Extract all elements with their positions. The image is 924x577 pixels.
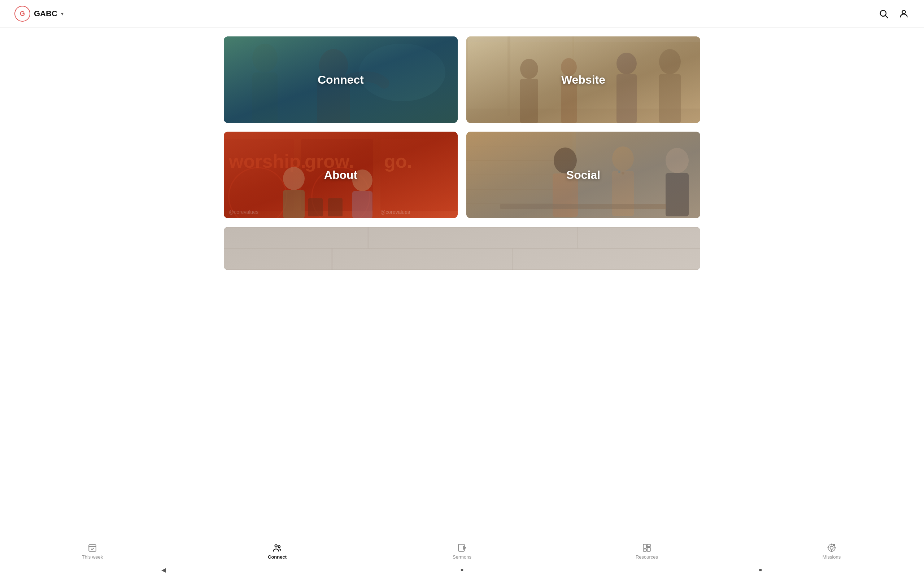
svg-rect-74 <box>643 544 646 548</box>
app-name: GABC <box>34 9 57 18</box>
svg-point-19 <box>659 49 681 74</box>
svg-point-13 <box>520 59 538 79</box>
missions-label: Missions <box>822 554 841 560</box>
svg-rect-10 <box>466 36 700 42</box>
svg-text:worship.: worship. <box>228 151 306 172</box>
svg-point-71 <box>278 546 280 548</box>
svg-rect-36 <box>308 198 323 216</box>
svg-rect-53 <box>666 173 689 216</box>
partial-illustration <box>224 227 700 270</box>
svg-rect-3 <box>224 36 458 123</box>
svg-rect-49 <box>552 174 578 217</box>
svg-rect-35 <box>352 191 373 218</box>
svg-point-55 <box>618 171 620 173</box>
header-left: G GABC ▾ <box>15 6 63 22</box>
header-right <box>878 8 909 19</box>
svg-rect-12 <box>466 108 700 123</box>
nav-connect[interactable]: Connect <box>263 543 292 560</box>
resources-icon <box>642 543 652 553</box>
svg-rect-5 <box>252 73 278 123</box>
svg-rect-24 <box>224 139 294 211</box>
about-card[interactable]: worship. grow. go. @coreval <box>224 132 458 218</box>
about-card-bg: worship. grow. go. @coreval <box>224 132 458 218</box>
website-card-bg <box>466 36 700 123</box>
svg-text:@corevalues: @corevalues <box>380 209 410 215</box>
social-illustration <box>466 132 700 218</box>
svg-point-54 <box>622 172 624 174</box>
svg-rect-7 <box>317 82 350 123</box>
connect-nav-label: Connect <box>268 554 287 560</box>
svg-point-30 <box>229 168 287 218</box>
svg-rect-16 <box>561 76 577 123</box>
svg-point-78 <box>830 546 834 550</box>
header: G GABC ▾ <box>0 0 924 28</box>
svg-rect-42 <box>576 132 700 218</box>
svg-rect-23 <box>224 132 458 218</box>
nav-this-week[interactable]: This week <box>78 543 107 560</box>
svg-rect-26 <box>380 139 458 211</box>
svg-text:grow.: grow. <box>305 151 354 172</box>
about-illustration: worship. grow. go. @coreval <box>224 132 458 218</box>
sermons-icon <box>457 543 467 553</box>
website-card[interactable]: Website <box>466 36 700 123</box>
logo-avatar[interactable]: G <box>15 6 30 22</box>
svg-point-31 <box>312 168 370 218</box>
svg-point-8 <box>359 44 446 102</box>
svg-text:go.: go. <box>384 151 412 172</box>
connect-card[interactable]: Connect <box>224 36 458 123</box>
svg-rect-20 <box>659 74 681 123</box>
top-row: Connect <box>224 36 700 123</box>
svg-rect-25 <box>301 139 373 211</box>
nav-missions[interactable]: Missions <box>817 543 846 560</box>
svg-rect-22 <box>507 36 510 116</box>
connect-nav-icon <box>272 543 282 553</box>
svg-rect-33 <box>283 190 305 218</box>
svg-rect-14 <box>520 79 538 123</box>
recents-button[interactable]: ■ <box>756 566 765 574</box>
partial-card-bg <box>224 227 700 270</box>
profile-button[interactable] <box>898 8 909 19</box>
social-card-bg <box>466 132 700 218</box>
this-week-icon <box>87 543 97 553</box>
main-content: Connect <box>209 28 715 313</box>
bottom-navigation: This week Connect Sermons <box>0 539 924 562</box>
search-button[interactable] <box>878 8 889 19</box>
chevron-down-icon[interactable]: ▾ <box>61 11 63 16</box>
svg-rect-11 <box>572 36 574 123</box>
svg-point-48 <box>554 148 577 174</box>
nav-sermons[interactable]: Sermons <box>447 543 477 560</box>
svg-text:@corevalues: @corevalues <box>229 209 258 215</box>
svg-point-52 <box>666 148 689 173</box>
svg-rect-37 <box>328 198 342 216</box>
svg-point-50 <box>612 147 634 171</box>
svg-rect-18 <box>617 74 637 123</box>
back-button[interactable]: ◀ <box>159 566 168 574</box>
svg-point-70 <box>275 545 278 547</box>
svg-marker-73 <box>464 546 466 550</box>
home-button[interactable]: ● <box>458 566 466 574</box>
svg-rect-75 <box>647 544 650 547</box>
svg-rect-76 <box>643 549 646 551</box>
partial-card[interactable] <box>224 227 700 270</box>
social-card[interactable]: Social <box>466 132 700 218</box>
svg-line-1 <box>885 16 888 18</box>
svg-rect-41 <box>466 132 572 218</box>
website-illustration <box>466 36 700 123</box>
svg-rect-56 <box>500 204 666 209</box>
svg-point-34 <box>352 169 373 191</box>
bottom-row: worship. grow. go. @coreval <box>224 132 700 218</box>
svg-point-6 <box>319 49 348 82</box>
nav-resources[interactable]: Resources <box>632 543 661 560</box>
missions-icon <box>827 543 837 553</box>
svg-rect-68 <box>89 545 96 551</box>
svg-rect-9 <box>466 36 700 123</box>
system-bar: ◀ ● ■ <box>0 562 924 577</box>
svg-point-2 <box>902 10 905 14</box>
svg-point-15 <box>561 58 577 76</box>
connect-card-bg <box>224 36 458 123</box>
svg-point-32 <box>283 167 305 190</box>
svg-point-4 <box>252 44 278 73</box>
this-week-label: This week <box>82 554 103 560</box>
svg-rect-40 <box>466 132 700 218</box>
sermons-label: Sermons <box>452 554 472 560</box>
